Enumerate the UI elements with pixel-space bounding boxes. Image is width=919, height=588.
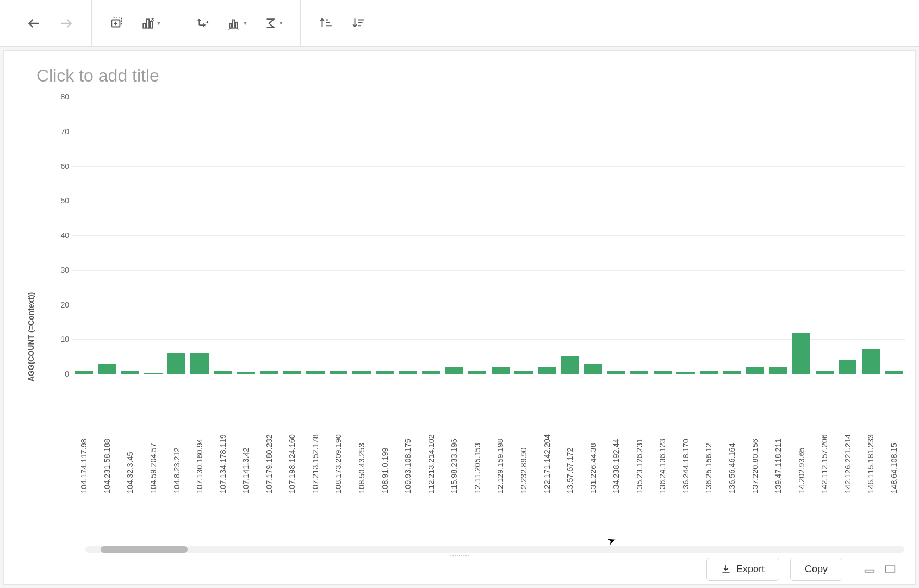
bar[interactable] xyxy=(376,371,394,374)
bar-slot xyxy=(489,367,512,374)
bar[interactable] xyxy=(676,372,694,374)
bar-slot xyxy=(582,364,604,374)
minimize-view-button[interactable] xyxy=(864,564,875,574)
bar[interactable] xyxy=(214,371,232,374)
bar[interactable] xyxy=(769,367,787,374)
svg-rect-1 xyxy=(143,23,145,28)
bar[interactable] xyxy=(422,371,440,374)
x-tick-label: 104.8.23.212 xyxy=(172,377,181,497)
bar[interactable] xyxy=(746,367,764,374)
x-tick: 107.130.160.94 xyxy=(188,377,212,497)
bar[interactable] xyxy=(144,373,162,374)
bar-slot xyxy=(165,353,188,374)
copy-button-label: Copy xyxy=(805,564,828,575)
maximize-view-button[interactable] xyxy=(885,564,896,574)
view-toggle-group xyxy=(864,564,896,574)
bar[interactable] xyxy=(352,371,370,374)
history-group xyxy=(16,0,92,46)
bar-slot xyxy=(559,356,581,374)
x-tick-label: 112.213.214.102 xyxy=(427,377,436,497)
chart-type-button[interactable]: ▼ xyxy=(140,14,163,33)
bar-slot xyxy=(698,371,720,374)
x-tick-label: 135.23.126.231 xyxy=(635,377,644,497)
bar[interactable] xyxy=(98,364,116,374)
x-tick: 136.244.18.170 xyxy=(674,377,698,497)
back-button[interactable] xyxy=(24,14,44,33)
add-panel-button[interactable] xyxy=(107,14,127,33)
bar[interactable] xyxy=(445,367,463,374)
fit-axis-button[interactable]: ▼ xyxy=(226,14,249,33)
bar-slot xyxy=(305,371,327,374)
x-tick-label: 108.91.0.199 xyxy=(381,377,389,497)
x-tick-label: 107.134.178.119 xyxy=(219,377,227,497)
bar-slot xyxy=(837,360,859,374)
bar-slot xyxy=(883,371,905,374)
x-tick: 107.198.124.160 xyxy=(281,377,304,497)
maximize-icon xyxy=(885,564,896,574)
scrollbar-thumb[interactable] xyxy=(101,546,188,553)
svg-rect-6 xyxy=(235,22,237,28)
x-tick-label: 142.126.221.214 xyxy=(843,377,852,497)
bar[interactable] xyxy=(75,371,93,374)
x-tick: 135.23.126.231 xyxy=(628,377,651,497)
bar[interactable] xyxy=(561,356,579,374)
title-placeholder[interactable]: Click to add title xyxy=(36,66,904,86)
aggregate-button[interactable]: ▼ xyxy=(262,14,285,33)
y-tick-label: 50 xyxy=(53,196,69,205)
bar[interactable] xyxy=(260,371,278,374)
bar[interactable] xyxy=(237,372,255,374)
x-tick-label: 107.198.124.160 xyxy=(288,377,296,497)
download-icon xyxy=(721,564,731,574)
x-tick: 148.64.108.15 xyxy=(883,377,906,497)
bar-slot xyxy=(767,367,790,374)
x-tick-label: 104.59.204.57 xyxy=(149,377,158,497)
horizontal-scrollbar[interactable] xyxy=(85,546,904,553)
svg-rect-7 xyxy=(865,570,874,572)
export-button[interactable]: Export xyxy=(706,558,779,581)
bar[interactable] xyxy=(514,371,532,374)
bar[interactable] xyxy=(330,371,347,374)
bars-row xyxy=(72,97,905,374)
sort-asc-button[interactable] xyxy=(316,14,336,33)
bar[interactable] xyxy=(700,371,718,374)
bar[interactable] xyxy=(816,371,834,374)
bar[interactable] xyxy=(306,371,324,374)
bar[interactable] xyxy=(399,371,417,374)
x-tick-label: 108.173.209.190 xyxy=(334,377,343,497)
y-axis-label: AGG(COUNT (=Context)) xyxy=(27,292,35,381)
x-tick: 104.32.3.45 xyxy=(119,377,142,497)
bar[interactable] xyxy=(630,371,648,374)
bar[interactable] xyxy=(190,353,208,374)
x-tick: 108.91.0.199 xyxy=(373,377,396,497)
copy-button[interactable]: Copy xyxy=(790,558,842,581)
bar[interactable] xyxy=(862,349,880,374)
bar[interactable] xyxy=(121,371,139,374)
svg-rect-4 xyxy=(229,23,231,28)
x-tick-label: 148.64.108.15 xyxy=(890,377,898,497)
bar-slot xyxy=(374,371,396,374)
sort-desc-button[interactable] xyxy=(349,14,368,33)
x-tick-label: 108.50.43.253 xyxy=(357,377,366,497)
bar[interactable] xyxy=(283,371,301,374)
title-area: Click to add title xyxy=(4,51,915,89)
swap-axes-button[interactable] xyxy=(194,14,213,33)
bar-slot xyxy=(212,371,234,374)
bar[interactable] xyxy=(468,371,486,374)
bar[interactable] xyxy=(538,367,556,374)
bar-slot xyxy=(721,371,743,374)
x-tick: 134.238.192.44 xyxy=(605,377,628,497)
x-tick: 107.141.3.42 xyxy=(234,377,258,497)
bar[interactable] xyxy=(607,371,625,374)
x-tick: 107.213.152.178 xyxy=(304,377,327,497)
bar[interactable] xyxy=(167,353,185,374)
bar[interactable] xyxy=(839,360,856,374)
bar[interactable] xyxy=(584,364,602,374)
bar[interactable] xyxy=(723,371,741,374)
bar[interactable] xyxy=(885,371,903,374)
bar-slot xyxy=(443,367,465,374)
bar[interactable] xyxy=(492,367,510,374)
bar[interactable] xyxy=(792,333,810,374)
bar-slot xyxy=(814,371,836,374)
x-tick-label: 12.129.159.198 xyxy=(496,377,505,497)
bar[interactable] xyxy=(654,371,672,374)
